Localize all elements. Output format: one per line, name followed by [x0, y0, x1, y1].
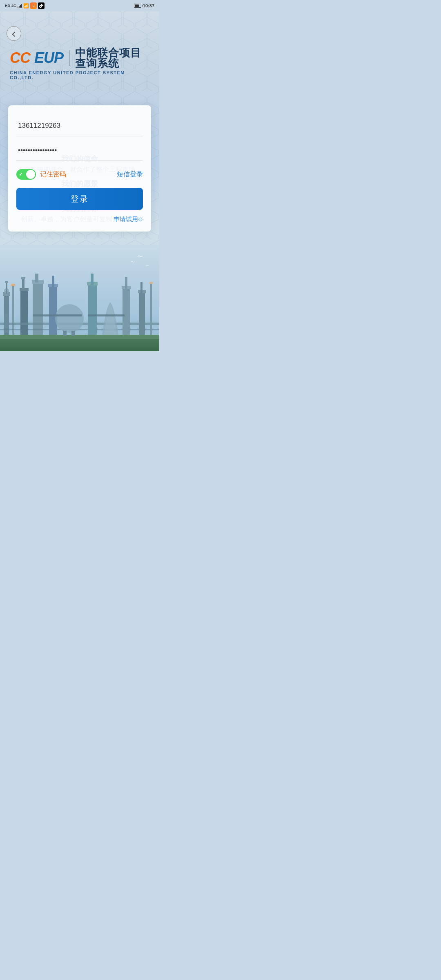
logo-row: CC EUP 中能联合项目查询系统: [10, 47, 149, 69]
time-display: 10:37: [143, 3, 154, 8]
svg-rect-10: [5, 281, 8, 283]
toggle-check-icon: ✓: [19, 172, 23, 177]
svg-rect-37: [150, 284, 152, 335]
remember-label: 记住密码: [40, 170, 66, 179]
logo-cc: CC: [10, 49, 30, 67]
trial-row: 申请试用⊙: [16, 216, 143, 223]
svg-rect-40: [88, 314, 125, 316]
svg-rect-30: [91, 274, 94, 285]
back-button[interactable]: [7, 26, 21, 41]
svg-rect-21: [0, 329, 159, 330]
phone-input[interactable]: [16, 115, 143, 136]
toggle-knob: [26, 170, 35, 179]
tiktok-app-icon: [38, 2, 45, 9]
main-background: CC EUP 中能联合项目查询系统 CHINA ENERGY UNITED PR…: [0, 11, 159, 351]
svg-rect-31: [122, 288, 130, 335]
svg-rect-33: [125, 277, 127, 289]
status-bar: HD 4G 📶 S 10:37: [0, 0, 159, 11]
logo-eup: EUP: [34, 49, 63, 67]
svg-rect-24: [52, 276, 54, 287]
status-right: 10:37: [134, 3, 154, 8]
svg-rect-16: [21, 277, 25, 279]
logo-divider: [69, 50, 69, 66]
back-arrow-icon: [12, 31, 17, 37]
bird-1: 〜: [137, 253, 143, 261]
svg-rect-19: [35, 274, 38, 283]
svg-rect-34: [139, 292, 145, 335]
password-input[interactable]: [16, 140, 143, 161]
remember-row: ✓ 记住密码: [16, 169, 66, 180]
logo-area: CC EUP 中能联合项目查询系统 CHINA ENERGY UNITED PR…: [10, 47, 149, 80]
logo-en-title: CHINA ENERGY UNITED PROJECT SYSTEM CO.,L…: [10, 70, 149, 80]
svg-rect-27: [71, 331, 75, 336]
wifi-icon: 📶: [23, 3, 29, 9]
status-left: HD 4G 📶 S: [5, 2, 45, 9]
logo-cn-title: 中能联合项目查询系统: [75, 47, 149, 69]
signal-bars: [18, 4, 22, 8]
options-row: ✓ 记住密码 短信登录: [16, 169, 143, 180]
svg-rect-17: [33, 282, 43, 335]
remember-toggle[interactable]: ✓: [16, 169, 36, 180]
bird-3: 〜: [146, 263, 149, 268]
trial-link[interactable]: 申请试用⊙: [114, 216, 143, 223]
svg-point-12: [11, 284, 16, 286]
soul-app-icon: S: [30, 2, 37, 9]
network-type: HD: [5, 4, 10, 8]
sms-login-link[interactable]: 短信登录: [117, 170, 143, 179]
svg-rect-36: [140, 282, 143, 293]
svg-rect-11: [12, 286, 14, 335]
bird-2: 〜: [131, 259, 135, 265]
svg-rect-13: [20, 290, 28, 335]
login-button[interactable]: 登录: [16, 188, 143, 210]
svg-rect-15: [22, 278, 24, 291]
svg-rect-22: [49, 286, 57, 335]
signal-4g: 4G: [11, 4, 16, 8]
svg-rect-28: [88, 284, 97, 335]
svg-rect-39: [33, 314, 82, 316]
svg-rect-9: [6, 282, 7, 294]
svg-point-38: [149, 282, 153, 284]
industrial-area: 〜 〜 〜: [0, 245, 159, 351]
svg-point-25: [55, 304, 84, 333]
battery-icon: [134, 4, 141, 8]
ground-strip: [0, 339, 159, 351]
svg-rect-26: [63, 331, 67, 336]
login-card: ✓ 记住密码 短信登录 登录 申请试用⊙: [8, 105, 151, 232]
